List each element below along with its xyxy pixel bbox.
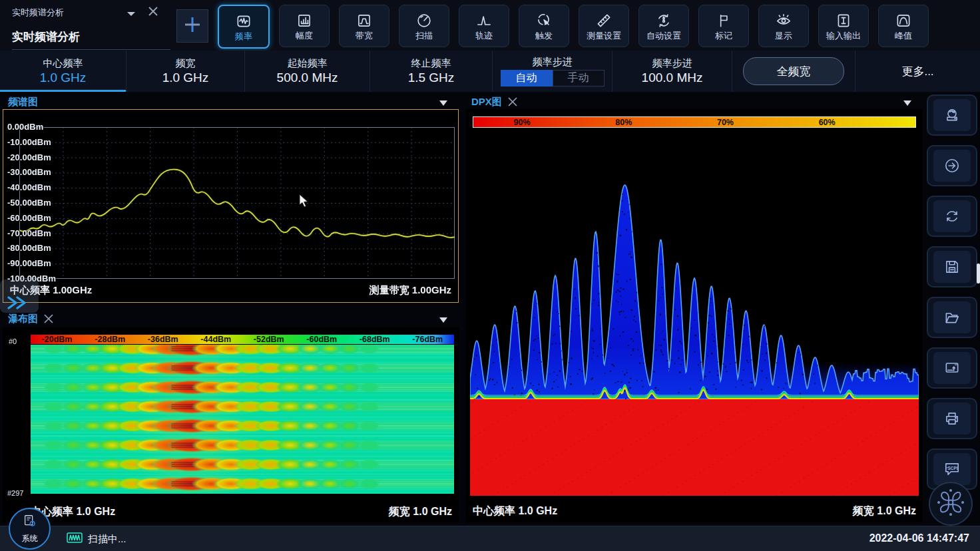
param-cell-full-span[interactable]: 全频宽 [732, 51, 856, 92]
waterfall-panel-header[interactable]: 瀑布图 [3, 311, 459, 326]
refresh-icon [933, 200, 971, 232]
spectrum-y-label: -50.00dBm [7, 198, 51, 208]
toolbar-button-label: 自动设置 [646, 31, 681, 40]
toolbar-button-bandwidth[interactable]: 带宽 [339, 5, 389, 47]
frequency-icon [235, 13, 252, 30]
sidebar-button-print[interactable] [927, 398, 977, 439]
waterfall-scale-label: -76dBm [412, 335, 443, 344]
dpx-close-icon[interactable] [507, 96, 518, 107]
param-label: 中心频率 [43, 58, 83, 69]
sidebar-button-preset[interactable] [927, 94, 977, 136]
toolbar-button-label: 显示 [775, 31, 792, 40]
spectrum-panel: 0.00dBm-10.00dBm-20.00dBm-30.00dBm-40.00… [3, 109, 459, 303]
edge-grip[interactable] [977, 264, 980, 283]
waterfall-scale-label: -28dBm [95, 335, 125, 344]
waterfall-collapse-icon[interactable] [439, 314, 448, 322]
dpx-panel: 90%80%70%60% 中心频率 1.0 GHz 频宽 1.0 GHz [466, 109, 923, 522]
param-cell-more[interactable]: 更多... [856, 51, 980, 92]
toolbar-button-label: 测量设置 [587, 31, 621, 40]
param-cell-start-freq[interactable]: 起始频率500.0 MHz [245, 51, 370, 92]
spectrum-y-label: -80.00dBm [7, 243, 51, 253]
dpx-collapse-icon[interactable] [903, 97, 912, 105]
trigger-icon [535, 12, 553, 29]
chevron-down-icon[interactable] [126, 8, 136, 16]
param-value: 500.0 MHz [277, 71, 338, 85]
spectrum-panel-header[interactable]: 频谱图 [3, 94, 459, 109]
toolbar-button-input-output[interactable]: 输入输出 [818, 5, 869, 47]
spectrum-trace-canvas [19, 127, 455, 279]
tab-label: 实时频谱分析 [12, 7, 64, 19]
toolbar-button-amplitude[interactable]: 幅度 [279, 5, 330, 47]
trace-icon [475, 12, 493, 29]
waterfall-scale-label: -20dBm [42, 335, 73, 344]
toolbar-button-label: 带宽 [356, 31, 373, 40]
toggle-option-inactive[interactable]: 手动 [553, 70, 605, 87]
measure-setup-icon [595, 12, 612, 29]
more-button[interactable]: 更多... [901, 64, 933, 79]
new-tab-button[interactable] [176, 9, 208, 43]
waterfall-row-first-label: #0 [9, 337, 17, 345]
screenshot-icon [933, 352, 971, 384]
param-cell-freq-step-mode[interactable]: 频率步进自动手动 [493, 51, 612, 92]
toolbar-button-frequency[interactable]: 频率 [218, 5, 270, 49]
waterfall-color-scale: -20dBm-28dBm-36dBm-44dBm-52dBm-60dBm-68d… [31, 335, 454, 344]
spectrum-y-label: -60.00dBm [7, 213, 51, 223]
param-cell-span[interactable]: 频宽1.0 GHz [126, 51, 245, 92]
toolbar-button-display[interactable]: 显示 [758, 5, 809, 47]
waterfall-heatmap-canvas [31, 345, 454, 494]
sidebar-button-screenshot[interactable] [927, 347, 977, 389]
system-button[interactable]: 系统 [9, 508, 51, 550]
waterfall-scale-label: -60dBm [306, 335, 337, 344]
toolbar-button-label: 输入输出 [826, 31, 861, 40]
param-value: 1.0 GHz [162, 71, 209, 85]
spectrum-collapse-icon[interactable] [439, 97, 448, 105]
waterfall-row-last-label: #297 [7, 489, 23, 497]
waterfall-info-row: 中心频率 1.0 GHz 频宽 1.0 GHz [3, 505, 459, 519]
full-span-button[interactable]: 全频宽 [743, 57, 844, 85]
toolbar-button-row: 频率幅度带宽扫描轨迹触发测量设置自动设置标记显示输入输出峰值 [218, 5, 929, 49]
double-chevron-icon[interactable] [7, 295, 29, 310]
waterfall-close-icon[interactable] [43, 313, 54, 324]
toolbar-button-measure-setup[interactable]: 测量设置 [579, 5, 629, 47]
nav-wheel-icon [936, 488, 965, 520]
spectrum-y-label: -90.00dBm [7, 258, 51, 268]
auto-setup-icon [655, 12, 672, 29]
toolbar-button-label: 标记 [715, 31, 732, 40]
toolbar-button-sweep[interactable]: 扫描 [399, 5, 449, 47]
scan-wave-icon [67, 532, 83, 546]
waterfall-scale-label: -44dBm [200, 335, 231, 344]
toolbar-button-auto-setup[interactable]: 自动设置 [638, 5, 689, 47]
sidebar-button-save[interactable] [927, 246, 977, 287]
scpi-icon: SCPI [933, 453, 971, 485]
param-label: 频率步进 [652, 58, 692, 69]
toolbar-button-label: 触发 [535, 31, 553, 40]
toggle-option-active[interactable]: 自动 [501, 70, 553, 87]
toolbar-button-peak[interactable]: 峰值 [878, 5, 929, 47]
amplitude-icon [296, 12, 313, 29]
dpx-scale-label: 70% [717, 117, 734, 127]
param-cell-center-freq[interactable]: 中心频率1.0 GHz [0, 51, 126, 92]
toolbar-button-label: 轨迹 [475, 31, 493, 40]
input-output-icon [835, 12, 852, 29]
waterfall-span-readout: 频宽 1.0 GHz [389, 505, 452, 519]
sidebar-button-open[interactable] [927, 297, 977, 338]
tab-close-icon[interactable] [146, 5, 160, 18]
bandwidth-icon [356, 12, 373, 29]
mouse-cursor [299, 194, 310, 211]
toolbar-button-trace[interactable]: 轨迹 [459, 5, 509, 47]
param-cell-freq-step[interactable]: 频率步进100.0 MHz [612, 51, 732, 92]
spectrum-y-label: -30.00dBm [7, 167, 51, 177]
toolbar-button-marker[interactable]: 标记 [698, 5, 749, 47]
tab-underline [12, 49, 170, 50]
toolbar-button-label: 频率 [235, 32, 252, 41]
param-cell-stop-freq[interactable]: 终止频率1.5 GHz [370, 51, 493, 92]
toolbar-button-label: 幅度 [296, 31, 313, 40]
freq-step-mode-toggle: 自动手动 [501, 70, 605, 87]
sidebar-button-run[interactable] [927, 145, 977, 186]
save-icon [933, 251, 971, 283]
nav-wheel-button[interactable] [929, 482, 973, 526]
toolbar-button-trigger[interactable]: 触发 [519, 5, 569, 47]
dpx-panel-header[interactable]: DPX图 [466, 94, 923, 109]
scan-status: 扫描中... [67, 532, 126, 546]
sidebar-button-refresh[interactable] [927, 196, 977, 237]
